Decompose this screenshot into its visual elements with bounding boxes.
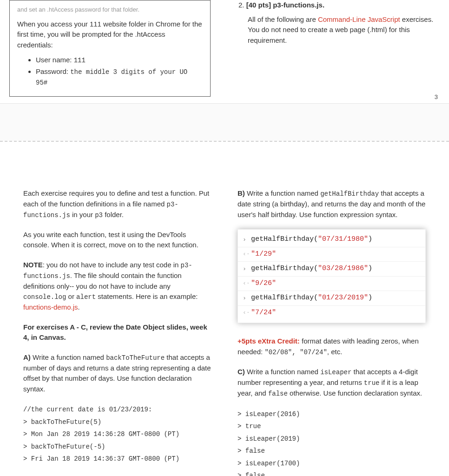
console-fn-close: ): [368, 293, 372, 304]
note-label: NOTE: [23, 261, 43, 269]
exercise-b-fn: getHalfBirthday: [320, 190, 379, 198]
note-d: statements. Here is an example:: [96, 292, 198, 300]
console-fn-call: getHalfBirthday(: [251, 293, 318, 304]
console-input-row: ›getHalfBirthday("01/23/2019"): [238, 291, 425, 305]
upper-columns: and set an .htAccess password for that f…: [9, 0, 440, 97]
intro-p1-code2: p3: [95, 212, 103, 219]
page-4: Each exercise requires you to define and…: [0, 142, 449, 476]
pass-label: Password:: [36, 67, 68, 75]
extra-credit: +5pts eXtra Credit: format dates with le…: [238, 336, 426, 357]
console-return-value: "9/26": [251, 278, 276, 289]
intro-p1-a: Each exercise requires you to define and…: [23, 189, 209, 208]
console-fn-call: getHalfBirthday(: [251, 264, 318, 274]
htaccess-password: Password: the middle 3 digits of your UO…: [36, 66, 203, 88]
exercise-c-true: true: [364, 379, 380, 387]
htaccess-cutoff-line: and set an .htAccess password for that f…: [17, 5, 203, 14]
note-p: NOTE: you do not have to include any tes…: [23, 260, 211, 313]
intro-p2: As you write each function, test it usin…: [23, 230, 211, 251]
note-a: : you do not have to include any test co…: [43, 261, 181, 269]
devtools-console: ›getHalfBirthday("07/31/1980")‹·"1/29"›g…: [238, 229, 426, 323]
console-fn-close: ): [368, 234, 372, 245]
exercise-c-label: C): [238, 368, 245, 376]
console-return-value: "7/24": [251, 308, 276, 318]
exercise-c-d: otherwise. Use function declaration synt…: [288, 389, 422, 397]
console-fn-arg: "01/23/2019": [318, 293, 368, 304]
console-output-row: ‹·"1/29": [238, 247, 425, 262]
console-fn-arg: "07/31/1980": [318, 234, 368, 245]
functions-demo-link[interactable]: functions-demo.js: [23, 303, 78, 311]
exercise-a-fn: backToTheFuture: [106, 354, 165, 362]
page-number-3: 3: [435, 93, 438, 102]
req-2-desc: All of the following are Command-Line Ja…: [238, 14, 440, 46]
exercise-c: C) Write a function named isLeaper that …: [238, 367, 426, 399]
exercise-a-a: Write a function named: [31, 353, 106, 361]
htaccess-box: and set an .htAccess password for that f…: [9, 0, 211, 97]
note-e: .: [78, 303, 80, 311]
intro-p1: Each exercise requires you to define and…: [23, 188, 211, 220]
req-2-num: 2.: [238, 1, 244, 9]
htaccess-username: User name: 111: [36, 55, 203, 66]
chevron-left-icon: ‹·: [243, 308, 251, 317]
console-return-value: "1/29": [251, 249, 276, 260]
chevron-right-icon: ›: [243, 235, 251, 245]
note-c: or: [66, 292, 76, 300]
exercise-b-label: B): [238, 189, 245, 197]
exercise-b: B) Write a function named getHalfBirthda…: [238, 188, 426, 220]
lower-right-col: B) Write a function named getHalfBirthda…: [238, 188, 426, 476]
chevron-right-icon: ›: [243, 264, 251, 274]
console-output-row: ‹·"9/26": [238, 276, 425, 291]
console-input-row: ›getHalfBirthday("03/28/1986"): [238, 261, 425, 276]
user-label: User name:: [36, 56, 72, 64]
intro-p1-c: folder.: [103, 211, 124, 218]
intro-p1-b: in your: [70, 211, 95, 218]
extra-credit-label: +5pts eXtra Credit:: [238, 337, 300, 345]
console-input-row: ›getHalfBirthday("07/31/1980"): [238, 232, 425, 247]
exercise-c-fn: isLeaper: [320, 369, 351, 376]
req-2-heading: 2. [40 pts] p3-functions.js.: [238, 0, 440, 11]
review-date-slides: For exercises A - C, review the Date Obj…: [23, 322, 211, 343]
console-fn-close: ): [368, 264, 372, 274]
exercise-a-label: A): [23, 353, 31, 361]
chevron-left-icon: ‹·: [243, 250, 251, 259]
console-fn-call: getHalfBirthday(: [251, 234, 318, 245]
exercise-b-a: Write a function named: [245, 189, 320, 197]
req-2-pts: [40 pts] p3-functions.js: [246, 1, 323, 9]
extra-credit-b: , etc.: [327, 348, 343, 356]
exercise-c-a: Write a function named: [245, 368, 320, 376]
note-code2: console.log: [23, 293, 66, 301]
exercise-c-console: > isLeaper(2016) > true > isLeaper(2019)…: [238, 408, 426, 476]
extra-credit-code: "02/08", "07/24": [264, 349, 327, 356]
htaccess-intro: When you access your 111 website folder …: [17, 19, 203, 51]
htaccess-list: User name: 111 Password: the middle 3 di…: [17, 55, 203, 88]
console-output-row: ‹·"7/24": [238, 305, 425, 320]
lower-left-col: Each exercise requires you to define and…: [23, 188, 211, 476]
chevron-right-icon: ›: [243, 294, 251, 303]
cli-js-link[interactable]: Command-Line JavaScript: [318, 15, 400, 23]
note-code3: alert: [76, 293, 96, 301]
page-gutter: [0, 104, 449, 141]
exercise-c-false: false: [268, 390, 288, 397]
chevron-left-icon: ‹·: [243, 279, 251, 288]
req-2-desc-a: All of the following are: [248, 15, 318, 23]
console-fn-arg: "03/28/1986": [318, 264, 368, 274]
page-3-fragment: and set an .htAccess password for that f…: [0, 0, 449, 103]
exercise-a-console: //the current date is 01/23/2019: > back…: [23, 403, 211, 465]
exercise-a: A) Write a function named backToTheFutur…: [23, 352, 211, 395]
upper-right-col: 2. [40 pts] p3-functions.js. All of the …: [238, 0, 440, 97]
lower-columns: Each exercise requires you to define and…: [23, 188, 426, 476]
user-value: 111: [74, 57, 86, 64]
upper-left-col: and set an .htAccess password for that f…: [9, 0, 211, 97]
